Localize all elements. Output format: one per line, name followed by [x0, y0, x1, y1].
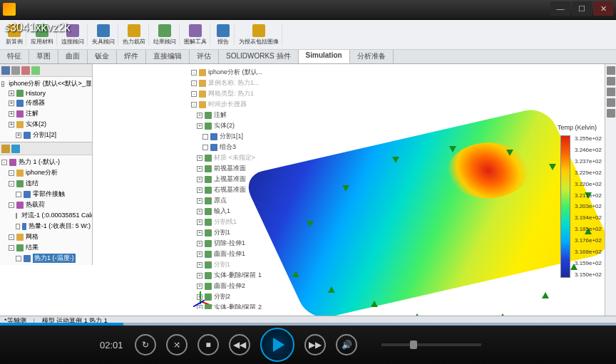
- stop-button[interactable]: ■: [197, 334, 219, 355]
- flyout-item[interactable]: +输入1: [190, 206, 281, 217]
- play-button[interactable]: [260, 328, 294, 362]
- flyout-item[interactable]: +上视基准面: [190, 174, 281, 184]
- report-icon: [217, 24, 230, 37]
- legend-tick: 3.150e+02: [575, 271, 602, 278]
- legend-tick: 3.176e+02: [575, 237, 602, 244]
- study-item[interactable]: -网格: [1, 232, 91, 242]
- study-item[interactable]: 热力1 (-温度-): [1, 253, 91, 264]
- study-item[interactable]: -连结: [1, 178, 91, 189]
- flyout-item[interactable]: 组合3: [190, 142, 281, 152]
- flyout-item[interactable]: +分割1: [190, 259, 281, 270]
- volume-slider[interactable]: [381, 343, 481, 346]
- study-item[interactable]: 零部件接触: [1, 189, 91, 199]
- flyout-item[interactable]: +前视基准面: [190, 163, 281, 174]
- volume-button[interactable]: 🔊: [336, 334, 357, 355]
- flyout-item[interactable]: +分割线1: [190, 217, 281, 227]
- legend-tick: 3.194e+02: [575, 214, 602, 221]
- next-button[interactable]: ▶▶: [304, 334, 326, 355]
- flyout-item[interactable]: +材质 <未指定>: [190, 152, 281, 163]
- study-item[interactable]: 热量-1 (:收表目: 5 W:): [1, 221, 91, 232]
- tab-草图[interactable]: 草图: [29, 50, 58, 63]
- feature-item[interactable]: +注解: [1, 108, 91, 119]
- flyout-item[interactable]: +实体-删除/保留 1: [190, 270, 281, 281]
- flyout-item[interactable]: +分割2: [190, 291, 281, 302]
- thermal-icon: [128, 24, 140, 37]
- flyout-item[interactable]: -时间步长搜器: [190, 99, 281, 110]
- overlay-id: s3041xkvz2k: [4, 21, 71, 34]
- tab-直接编辑[interactable]: 直接编辑: [146, 50, 190, 63]
- ribbon: 新算例应用材料连接顾问夹具顾问热力载荷结果顾问图解工具报告为报表包括图像: [0, 20, 616, 50]
- flyout-item[interactable]: +切除-拉伸1: [190, 238, 281, 249]
- study-root[interactable]: 热力 1 (-默认-): [19, 157, 60, 167]
- minimize-button[interactable]: —: [550, 1, 570, 16]
- ribbon-label: 热力载荷: [123, 38, 145, 46]
- ribbon-thermal[interactable]: 热力载荷: [120, 24, 149, 46]
- study-item[interactable]: -iphone分析: [1, 167, 91, 178]
- results-icon: [158, 24, 171, 37]
- ribbon-label: 应用材料: [31, 38, 53, 46]
- close-button[interactable]: ✕: [593, 1, 613, 16]
- window-chrome: — ☐ ✕: [0, 0, 616, 20]
- loop-button[interactable]: ↻: [135, 334, 156, 355]
- playback-time: 02:01: [100, 340, 123, 350]
- maximize-button[interactable]: ☐: [572, 1, 592, 16]
- study-item[interactable]: -结果: [1, 242, 91, 253]
- fixture-icon: [97, 24, 110, 37]
- color-legend: Temp (Kelvin) 3.255e+023.246e+023.237e+0…: [560, 135, 602, 278]
- flyout-item[interactable]: +实体(2): [190, 120, 281, 131]
- legend-tick: 3.237e+02: [575, 158, 602, 165]
- legend-tick: 3.246e+02: [575, 147, 602, 153]
- tab-评估[interactable]: 评估: [190, 50, 219, 63]
- player-logo-icon: [3, 3, 16, 16]
- ribbon-results[interactable]: 结果顾问: [150, 24, 180, 46]
- shuffle-button[interactable]: ⤨: [166, 334, 188, 355]
- flyout-item[interactable]: -算例名称: 热力1...: [190, 78, 281, 88]
- feature-item[interactable]: +实体(2): [1, 119, 91, 130]
- flyout-item[interactable]: +曲面-拉伸1: [190, 249, 281, 259]
- tab-特征[interactable]: 特征: [0, 50, 29, 63]
- flyout-feature-tree[interactable]: -iphone分析 (默认...-算例名称: 热力1...-网格类型: 热力1-…: [190, 67, 281, 309]
- study-item[interactable]: -热载荷: [1, 199, 91, 210]
- legend-tick: 3.203e+02: [575, 203, 602, 209]
- flyout-item[interactable]: +右视基准面: [190, 184, 281, 195]
- flyout-item[interactable]: -iphone分析 (默认...: [190, 67, 281, 78]
- legend-tick: 3.159e+02: [575, 260, 602, 266]
- tab-曲面[interactable]: 曲面: [58, 50, 88, 63]
- legend-tick: 3.220e+02: [575, 181, 602, 187]
- ribbon-label: 夹具顾问: [92, 38, 115, 46]
- feature-item[interactable]: +分割1[2]: [1, 130, 91, 140]
- tab-焊件[interactable]: 焊件: [117, 50, 146, 63]
- feature-manager-pane: -iphone分析 (默认<<默认>_显示状... +History+传感器+注…: [0, 64, 93, 142]
- ribbon-label: 新算例: [6, 38, 23, 46]
- feature-root[interactable]: iphone分析 (默认<<默认>_显示状...: [9, 79, 93, 88]
- task-pane-bar[interactable]: [605, 64, 616, 316]
- legend-tick: 3.211e+02: [575, 192, 602, 199]
- flyout-item[interactable]: +实体-删除/保留 2: [190, 302, 281, 309]
- flyout-item[interactable]: +分割1: [190, 227, 281, 238]
- study-item[interactable]: 对流-1 (:0.00035851 Cal/(s.cm...: [1, 210, 91, 221]
- model-render: [264, 107, 585, 335]
- ribbon-label: 连接顾问: [61, 38, 84, 46]
- prev-button[interactable]: ◀◀: [229, 334, 250, 355]
- flyout-item[interactable]: +曲面-拉伸2: [190, 281, 281, 291]
- legend-tick: 3.185e+02: [575, 226, 602, 232]
- tab-钣金[interactable]: 钣金: [88, 50, 117, 63]
- playback-bar: 02:01 ↻ ⤨ ■ ◀◀ ▶▶ 🔊: [0, 326, 616, 364]
- tab-solidworks 插件[interactable]: SOLIDWORKS 插件: [219, 50, 299, 63]
- flyout-item[interactable]: +注解: [190, 110, 281, 120]
- tab-simulation[interactable]: Simulation: [299, 50, 350, 63]
- flyout-item[interactable]: +原点: [190, 195, 281, 206]
- graphics-viewport[interactable]: -iphone分析 (默认...-算例名称: 热力1...-网格类型: 热力1-…: [93, 64, 616, 316]
- ribbon-fixture[interactable]: 夹具顾问: [89, 24, 118, 46]
- ribbon-report[interactable]: 报告: [212, 24, 235, 46]
- ribbon-label: 图解工具: [184, 38, 207, 46]
- feature-item[interactable]: +History: [1, 89, 91, 98]
- legend-tick: 3.168e+02: [575, 249, 602, 255]
- feature-item[interactable]: +传感器: [1, 98, 91, 108]
- ribbon-plot-tools[interactable]: 图解工具: [181, 24, 210, 46]
- flyout-item[interactable]: 分割1[1]: [190, 131, 281, 142]
- ribbon-include-img[interactable]: 为报表包括图像: [236, 24, 282, 46]
- plot-tools-icon: [189, 24, 202, 37]
- flyout-item[interactable]: -网格类型: 热力1: [190, 88, 281, 99]
- tab-分析准备[interactable]: 分析准备: [350, 50, 394, 63]
